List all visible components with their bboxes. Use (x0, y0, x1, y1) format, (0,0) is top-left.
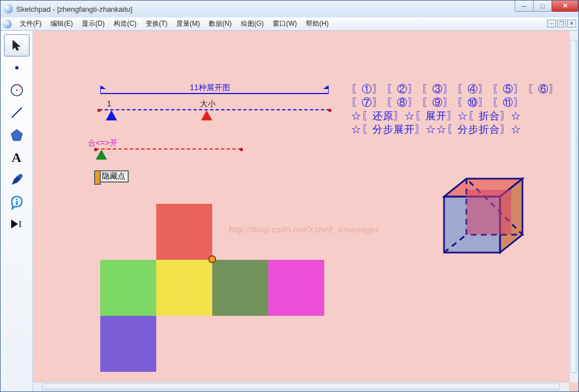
menu-measure[interactable]: 度量(M) (172, 17, 204, 30)
marker-tool[interactable] (4, 169, 30, 191)
link-panel: 〖①〗 〖②〗 〖③〗 〖④〗 〖⑤〗 〖⑥〗 〖⑦〗 〖⑧〗 〖⑨〗 〖⑩〗 … (351, 82, 562, 136)
slider2-handle[interactable] (96, 150, 107, 160)
link-5[interactable]: 〖⑤〗 (492, 83, 524, 95)
link-2[interactable]: 〖②〗 (386, 83, 418, 95)
brace-title: 11种展开图 (190, 83, 230, 93)
link-10[interactable]: 〖⑩〗 (457, 97, 489, 108)
workspace: A 11种展开图 (1, 31, 578, 391)
net-face-bottom[interactable] (100, 316, 156, 372)
info-tool[interactable] (4, 191, 30, 213)
slider1-min-label: 1 (107, 99, 111, 108)
link-6[interactable]: 〖⑥〗 (527, 83, 559, 95)
menu-edit[interactable]: 编辑(E) (46, 17, 77, 30)
svg-marker-20 (466, 190, 511, 235)
window-controls: ─ □ ✕ (515, 1, 578, 12)
hide-points-label: 隐藏点 (102, 171, 125, 181)
mdi-close[interactable]: ✕ (567, 20, 576, 27)
net-face-center[interactable] (156, 260, 212, 316)
svg-line-3 (12, 108, 22, 118)
minimize-button[interactable]: ─ (515, 1, 534, 12)
svg-point-8 (19, 223, 21, 225)
window-title: Sketchpad - [zhengfangti-zhankaitu] (16, 5, 132, 13)
horizontal-scrollbar[interactable] (33, 382, 569, 391)
play-icon (9, 218, 25, 231)
slider-fold[interactable] (96, 148, 241, 150)
menu-file[interactable]: 文件(F) (15, 17, 46, 30)
net-face-top[interactable] (156, 204, 212, 260)
menu-display[interactable]: 显示(D) (77, 17, 109, 30)
net-face-right1[interactable] (212, 260, 268, 316)
net-face-left[interactable] (100, 260, 156, 316)
svg-point-7 (19, 221, 21, 223)
slider1-handle-min[interactable] (106, 110, 117, 120)
text-icon: A (12, 150, 21, 165)
svg-marker-4 (11, 129, 22, 141)
point-icon (11, 62, 23, 74)
link-3[interactable]: 〖③〗 (422, 83, 454, 95)
link-4[interactable]: 〖④〗 (457, 83, 489, 95)
custom-tool[interactable] (4, 213, 30, 236)
svg-point-5 (16, 199, 17, 200)
svg-marker-14 (323, 86, 329, 89)
compass-tool[interactable] (4, 79, 30, 101)
pentagon-icon (9, 127, 25, 143)
circle-icon (10, 83, 24, 97)
svg-point-9 (19, 226, 21, 227)
svg-marker-13 (100, 86, 106, 89)
menu-help[interactable]: 帮助(H) (301, 17, 333, 30)
tool-palette: A (1, 31, 33, 391)
mdi-restore[interactable]: ❐ (557, 20, 566, 27)
line-icon (10, 105, 24, 120)
app-icon-small (3, 20, 12, 29)
svg-point-0 (15, 66, 18, 69)
info-icon (9, 194, 25, 210)
point-tool[interactable] (4, 57, 30, 79)
pivot-point[interactable] (208, 255, 216, 263)
titlebar: Sketchpad - [zhengfangti-zhankaitu] ─ □ … (1, 1, 578, 17)
close-button[interactable]: ✕ (552, 1, 578, 12)
menu-construct[interactable]: 构造(C) (109, 17, 141, 30)
text-tool[interactable]: A (4, 146, 30, 169)
menubar: 文件(F) 编辑(E) 显示(D) 构造(C) 变换(T) 度量(M) 数据(N… (1, 17, 578, 31)
menu-graph[interactable]: 绘图(G) (236, 17, 268, 30)
mdi-minimize[interactable]: ─ (547, 20, 556, 27)
slider1-handle-size[interactable] (201, 110, 212, 120)
maximize-button[interactable]: □ (533, 1, 552, 12)
slider2-label: 合<=>开 (88, 138, 118, 148)
app-window: Sketchpad - [zhengfangti-zhankaitu] ─ □ … (0, 0, 579, 392)
line-tool[interactable] (4, 101, 30, 124)
sketch-canvas[interactable]: 11种展开图 1 大小 合<=>开 隐藏 (33, 31, 578, 391)
link-7[interactable]: 〖⑦〗 (351, 97, 383, 108)
link-11[interactable]: 〖⑪〗 (492, 97, 524, 108)
vertical-scrollbar[interactable] (569, 31, 578, 382)
arrow-tool[interactable] (4, 34, 30, 57)
svg-rect-6 (16, 201, 17, 205)
mdi-controls: ─ ❐ ✕ (547, 20, 576, 27)
menu-number[interactable]: 数据(N) (204, 17, 236, 30)
cursor-icon (11, 39, 23, 52)
slider-quantity[interactable] (99, 109, 330, 110)
watermark-text: http://blog.csdn.net/Xshell_Xmanager (229, 225, 379, 234)
pen-icon (10, 172, 24, 187)
link-9[interactable]: 〖⑨〗 (422, 97, 454, 108)
link-1[interactable]: 〖①〗 (351, 83, 383, 95)
slider1-size-label: 大小 (200, 99, 216, 109)
menu-transform[interactable]: 变换(T) (141, 17, 172, 30)
cube-3d (440, 174, 527, 260)
canvas-area: 11种展开图 1 大小 合<=>开 隐藏 (33, 31, 578, 391)
polygon-tool[interactable] (4, 124, 30, 146)
menu-window[interactable]: 窗口(W) (268, 17, 301, 30)
app-icon (4, 4, 13, 13)
link-step[interactable]: ☆〖分步展开〗☆☆〖分步折合〗☆ (351, 124, 521, 135)
net-face-right2[interactable] (268, 260, 324, 316)
link-8[interactable]: 〖⑧〗 (386, 97, 418, 108)
hide-points-button[interactable]: 隐藏点 (99, 170, 129, 183)
svg-point-2 (16, 90, 17, 91)
link-restore[interactable]: ☆〖还原〗☆〖展开〗☆〖折合〗☆ (351, 110, 521, 122)
